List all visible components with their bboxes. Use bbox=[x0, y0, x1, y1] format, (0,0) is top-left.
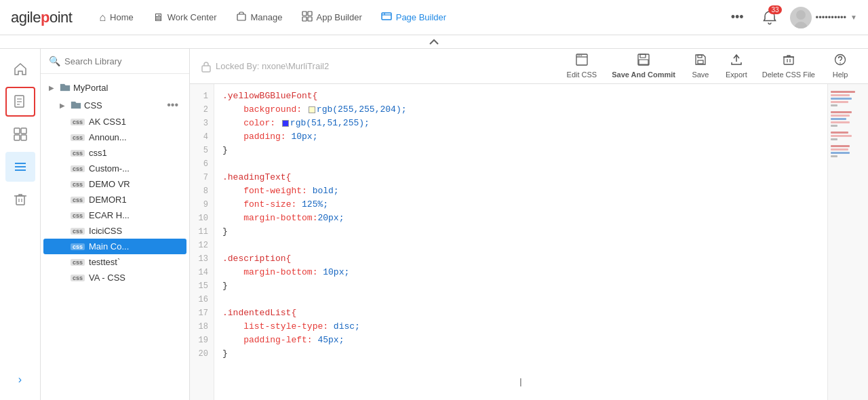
css-badge: css bbox=[71, 119, 85, 125]
export-label: Export bbox=[726, 71, 747, 79]
swatch-blue bbox=[282, 120, 289, 127]
sidebar-icon-trash[interactable] bbox=[5, 184, 35, 214]
editor-toolbar: Locked By: nxone\MurliTrail2 Edit CSS bbox=[190, 49, 868, 84]
user-chevron-icon: ▼ bbox=[850, 14, 857, 21]
tree-file-ak-css1[interactable]: css AK CSS1 bbox=[43, 114, 186, 129]
nav-home[interactable]: ⌂ Home bbox=[91, 7, 141, 28]
nav-pagebuilder[interactable]: Page Builder bbox=[373, 7, 454, 28]
svg-rect-16 bbox=[14, 135, 20, 140]
edit-css-icon bbox=[576, 54, 588, 69]
save-commit-icon bbox=[637, 54, 650, 69]
code-line-9: font-size: 125%; bbox=[222, 198, 819, 212]
code-line-13: .description{ bbox=[222, 252, 819, 266]
tree-file-demo-vr[interactable]: css DEMO VR bbox=[43, 176, 186, 192]
file-sidebar: 🔍 ▶ MyPortal ▶ bbox=[41, 49, 190, 400]
svg-point-29 bbox=[579, 55, 580, 56]
code-line-7: .headingText{ bbox=[222, 171, 819, 184]
minimap-line bbox=[831, 121, 850, 123]
search-input[interactable] bbox=[64, 56, 181, 66]
minimap-line bbox=[831, 98, 852, 100]
app-logo[interactable]: agilepoint bbox=[11, 9, 72, 26]
code-editor[interactable]: 1 2 3 4 5 6 7 8 9 10 11 12 13 14 15 16 1… bbox=[190, 84, 868, 400]
line-num-2: 2 bbox=[190, 103, 214, 117]
code-content[interactable]: .yellowBGBlueFont{ background: rgb(255,2… bbox=[214, 84, 827, 400]
css-badge: css bbox=[71, 275, 85, 281]
locked-by-text: Locked By: nxone\MurliTrail2 bbox=[216, 61, 329, 71]
sidebar-collapse-button[interactable]: › bbox=[5, 365, 35, 395]
minimap-line bbox=[831, 132, 848, 134]
code-line-8: font-weight: bold; bbox=[222, 184, 819, 198]
editor-area: Locked By: nxone\MurliTrail2 Edit CSS bbox=[190, 49, 868, 400]
swatch-yellow bbox=[309, 106, 315, 113]
line-num-15: 15 bbox=[190, 279, 214, 293]
minimap-line bbox=[831, 104, 837, 106]
line-num-18: 18 bbox=[190, 320, 214, 334]
help-button[interactable]: Help bbox=[823, 51, 857, 81]
sidebar-icon-components[interactable] bbox=[5, 119, 35, 149]
tree-file-css1[interactable]: css css1 bbox=[43, 145, 186, 161]
briefcase-icon bbox=[236, 11, 247, 24]
tree-folder-css[interactable]: ▶ CSS ••• bbox=[43, 96, 186, 114]
save-button[interactable]: Save bbox=[684, 51, 717, 81]
minimap-line bbox=[831, 101, 848, 103]
code-line-15: } bbox=[222, 279, 819, 293]
nav-pagebuilder-label: Page Builder bbox=[396, 12, 446, 22]
save-commit-button[interactable]: Save And Commit bbox=[605, 51, 682, 81]
delete-css-label: Delete CSS File bbox=[762, 71, 815, 79]
folder-icon bbox=[60, 82, 71, 94]
code-line-5: } bbox=[222, 144, 819, 157]
svg-rect-17 bbox=[21, 135, 26, 140]
tree-more-icon[interactable]: ••• bbox=[164, 99, 181, 111]
notification-button[interactable]: 33 bbox=[757, 5, 782, 30]
svg-rect-32 bbox=[640, 54, 646, 58]
tree-file-ecar-h[interactable]: css ECAR H... bbox=[43, 207, 186, 223]
code-line-3: color: rgb(51,51,255); bbox=[222, 117, 819, 130]
minimap bbox=[827, 84, 868, 400]
toolbar-actions: Edit CSS Save And Commit bbox=[560, 51, 857, 81]
delete-css-button[interactable]: Delete CSS File bbox=[755, 51, 822, 81]
line-num-3: 3 bbox=[190, 117, 214, 130]
svg-rect-14 bbox=[14, 128, 20, 134]
tree-content: ▶ MyPortal ▶ CSS ••• bbox=[41, 74, 189, 400]
line-num-4: 4 bbox=[190, 130, 214, 144]
tree-file-testtest[interactable]: css testtest` bbox=[43, 254, 186, 270]
css-badge: css bbox=[71, 134, 85, 141]
line-num-16: 16 bbox=[190, 293, 214, 306]
nav-more-button[interactable]: ••• bbox=[726, 7, 749, 27]
grid-icon bbox=[302, 11, 313, 24]
line-num-12: 12 bbox=[190, 239, 214, 252]
tree-chevron-root: ▶ bbox=[49, 84, 57, 92]
nav-appbuilder[interactable]: App Builder bbox=[294, 7, 370, 28]
tree-file-icicics[interactable]: css IciciCSS bbox=[43, 223, 186, 239]
code-line-17: .indentedList{ bbox=[222, 306, 819, 320]
code-line-14: margin-bottom: 10px; bbox=[222, 266, 819, 279]
search-icon: 🔍 bbox=[49, 56, 60, 66]
tree-chevron-css: ▶ bbox=[60, 102, 68, 109]
pagebuilder-icon bbox=[381, 11, 392, 24]
line-num-9: 9 bbox=[190, 198, 214, 212]
tree-file-custom[interactable]: css Custom-... bbox=[43, 161, 186, 176]
minimap-empty bbox=[831, 142, 865, 144]
css-badge: css bbox=[71, 181, 85, 188]
export-button[interactable]: Export bbox=[719, 51, 754, 81]
css-badge: css bbox=[71, 150, 85, 157]
nav-workcenter[interactable]: 🖥 Work Center bbox=[144, 7, 225, 28]
minimap-line bbox=[831, 118, 846, 120]
tree-file-announ[interactable]: css Announ... bbox=[43, 129, 186, 145]
tree-root-myportal[interactable]: ▶ MyPortal bbox=[43, 79, 186, 96]
tree-file-va-css[interactable]: css VA - CSS bbox=[43, 270, 186, 285]
nav-manage[interactable]: Manage bbox=[228, 7, 291, 28]
svg-point-41 bbox=[840, 62, 841, 64]
minimap-empty bbox=[831, 108, 865, 110]
sidebar-icon-home[interactable] bbox=[5, 54, 35, 84]
sidebar-icon-pages[interactable] bbox=[5, 87, 35, 117]
sidebar-icon-list[interactable] bbox=[5, 152, 35, 182]
top-navigation: agilepoint ⌂ Home 🖥 Work Center Manage bbox=[0, 0, 868, 35]
minimap-empty bbox=[831, 128, 865, 130]
user-menu[interactable]: •••••••••• ▼ bbox=[790, 7, 857, 28]
tree-file-main-co[interactable]: css Main Co... bbox=[43, 239, 186, 254]
css-badge: css bbox=[71, 212, 85, 219]
edit-css-button[interactable]: Edit CSS bbox=[560, 51, 604, 81]
tree-file-demor1[interactable]: css DEMOR1 bbox=[43, 192, 186, 207]
collapse-bar[interactable] bbox=[0, 35, 868, 49]
